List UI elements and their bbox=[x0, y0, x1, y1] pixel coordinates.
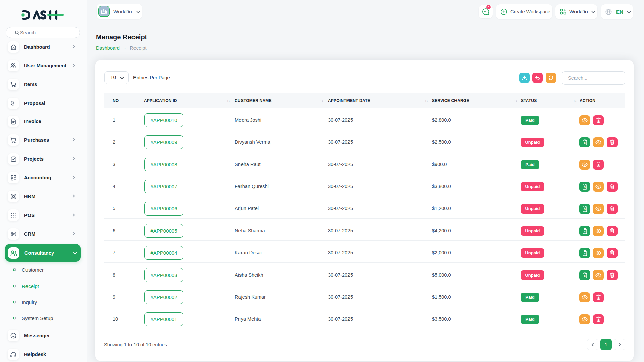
svg-text:$: $ bbox=[584, 186, 586, 189]
svg-text:$: $ bbox=[584, 274, 586, 277]
svg-text:$: $ bbox=[584, 252, 586, 255]
svg-text:$: $ bbox=[584, 141, 586, 144]
svg-text:$: $ bbox=[584, 230, 586, 233]
svg-text:$: $ bbox=[584, 208, 586, 211]
